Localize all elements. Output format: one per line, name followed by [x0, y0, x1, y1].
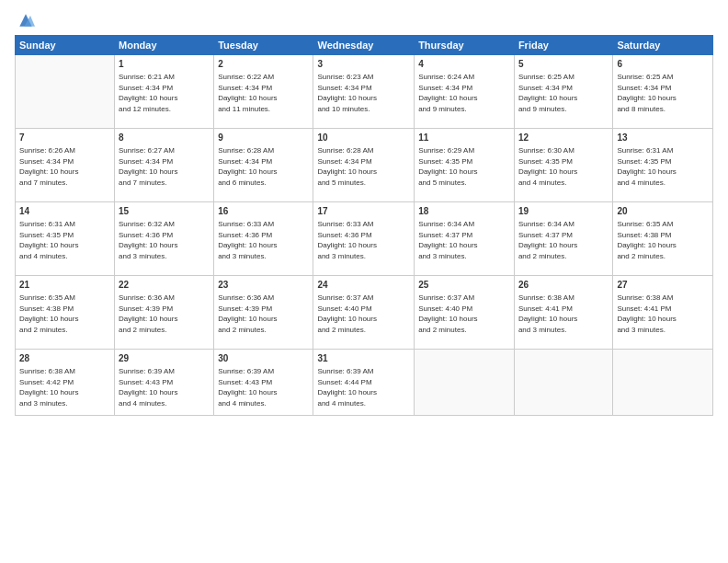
- day-info: Sunrise: 6:28 AM Sunset: 4:34 PM Dayligh…: [218, 145, 309, 188]
- day-number: 13: [617, 132, 709, 144]
- day-info: Sunrise: 6:32 AM Sunset: 4:36 PM Dayligh…: [119, 219, 210, 261]
- day-cell: 24Sunrise: 6:37 AM Sunset: 4:40 PM Dayli…: [313, 276, 415, 350]
- day-cell: 2Sunrise: 6:22 AM Sunset: 4:34 PM Daylig…: [214, 55, 313, 129]
- header-row: SundayMondayTuesdayWednesdayThursdayFrid…: [16, 36, 713, 55]
- col-header-thursday: Thursday: [415, 36, 515, 55]
- day-cell: [514, 350, 612, 416]
- day-info: Sunrise: 6:39 AM Sunset: 4:43 PM Dayligh…: [119, 366, 210, 408]
- day-info: Sunrise: 6:25 AM Sunset: 4:34 PM Dayligh…: [518, 72, 609, 114]
- day-number: 16: [218, 205, 309, 218]
- day-number: 29: [119, 352, 210, 365]
- day-number: 19: [518, 205, 609, 218]
- day-cell: 12Sunrise: 6:30 AM Sunset: 4:35 PM Dayli…: [514, 129, 612, 202]
- day-info: Sunrise: 6:33 AM Sunset: 4:36 PM Dayligh…: [218, 219, 309, 261]
- day-number: 26: [518, 279, 609, 292]
- day-info: Sunrise: 6:25 AM Sunset: 4:34 PM Dayligh…: [617, 72, 709, 114]
- day-cell: 27Sunrise: 6:38 AM Sunset: 4:41 PM Dayli…: [613, 276, 713, 350]
- day-number: 2: [218, 58, 309, 71]
- day-info: Sunrise: 6:24 AM Sunset: 4:34 PM Dayligh…: [418, 72, 510, 114]
- day-number: 27: [617, 279, 709, 292]
- day-cell: 10Sunrise: 6:28 AM Sunset: 4:34 PM Dayli…: [313, 129, 415, 202]
- day-number: 30: [218, 352, 309, 365]
- day-cell: 3Sunrise: 6:23 AM Sunset: 4:34 PM Daylig…: [313, 55, 415, 129]
- day-info: Sunrise: 6:38 AM Sunset: 4:42 PM Dayligh…: [19, 366, 110, 408]
- day-info: Sunrise: 6:37 AM Sunset: 4:40 PM Dayligh…: [317, 293, 410, 335]
- day-info: Sunrise: 6:26 AM Sunset: 4:34 PM Dayligh…: [19, 145, 110, 188]
- day-info: Sunrise: 6:38 AM Sunset: 4:41 PM Dayligh…: [617, 293, 709, 335]
- day-info: Sunrise: 6:27 AM Sunset: 4:34 PM Dayligh…: [119, 145, 210, 188]
- day-number: 11: [418, 132, 510, 144]
- day-number: 6: [617, 58, 709, 71]
- day-number: 3: [317, 58, 410, 71]
- day-cell: 14Sunrise: 6:31 AM Sunset: 4:35 PM Dayli…: [16, 202, 115, 276]
- week-row-1: 1Sunrise: 6:21 AM Sunset: 4:34 PM Daylig…: [16, 55, 713, 129]
- day-number: 21: [19, 279, 110, 292]
- day-info: Sunrise: 6:35 AM Sunset: 4:38 PM Dayligh…: [617, 219, 709, 261]
- day-number: 24: [317, 279, 410, 292]
- day-cell: [613, 350, 713, 416]
- day-info: Sunrise: 6:28 AM Sunset: 4:34 PM Dayligh…: [317, 145, 410, 188]
- day-cell: 28Sunrise: 6:38 AM Sunset: 4:42 PM Dayli…: [16, 350, 115, 416]
- day-number: 1: [119, 58, 210, 71]
- day-number: 28: [19, 352, 110, 365]
- col-header-tuesday: Tuesday: [214, 36, 313, 55]
- day-cell: 9Sunrise: 6:28 AM Sunset: 4:34 PM Daylig…: [214, 129, 313, 202]
- week-row-4: 21Sunrise: 6:35 AM Sunset: 4:38 PM Dayli…: [16, 276, 713, 350]
- day-cell: 7Sunrise: 6:26 AM Sunset: 4:34 PM Daylig…: [16, 129, 115, 202]
- day-info: Sunrise: 6:38 AM Sunset: 4:41 PM Dayligh…: [518, 293, 609, 335]
- day-number: 23: [218, 279, 309, 292]
- logo: [15, 11, 35, 28]
- day-number: 18: [418, 205, 510, 218]
- day-info: Sunrise: 6:31 AM Sunset: 4:35 PM Dayligh…: [617, 145, 709, 188]
- day-cell: 15Sunrise: 6:32 AM Sunset: 4:36 PM Dayli…: [115, 202, 214, 276]
- day-cell: 31Sunrise: 6:39 AM Sunset: 4:44 PM Dayli…: [313, 350, 415, 416]
- day-cell: [415, 350, 515, 416]
- day-info: Sunrise: 6:36 AM Sunset: 4:39 PM Dayligh…: [218, 293, 309, 335]
- col-header-wednesday: Wednesday: [313, 36, 415, 55]
- day-cell: 5Sunrise: 6:25 AM Sunset: 4:34 PM Daylig…: [514, 55, 612, 129]
- day-cell: 25Sunrise: 6:37 AM Sunset: 4:40 PM Dayli…: [415, 276, 515, 350]
- day-info: Sunrise: 6:35 AM Sunset: 4:38 PM Dayligh…: [19, 293, 110, 335]
- day-cell: 4Sunrise: 6:24 AM Sunset: 4:34 PM Daylig…: [415, 55, 515, 129]
- col-header-saturday: Saturday: [613, 36, 713, 55]
- week-row-5: 28Sunrise: 6:38 AM Sunset: 4:42 PM Dayli…: [16, 350, 713, 416]
- page: SundayMondayTuesdayWednesdayThursdayFrid…: [0, 0, 728, 563]
- day-number: 4: [418, 58, 510, 71]
- day-cell: [16, 55, 115, 129]
- day-info: Sunrise: 6:31 AM Sunset: 4:35 PM Dayligh…: [19, 219, 110, 261]
- day-number: 25: [418, 279, 510, 292]
- week-row-3: 14Sunrise: 6:31 AM Sunset: 4:35 PM Dayli…: [16, 202, 713, 276]
- day-number: 20: [617, 205, 709, 218]
- day-info: Sunrise: 6:22 AM Sunset: 4:34 PM Dayligh…: [218, 72, 309, 114]
- day-cell: 20Sunrise: 6:35 AM Sunset: 4:38 PM Dayli…: [613, 202, 713, 276]
- day-cell: 13Sunrise: 6:31 AM Sunset: 4:35 PM Dayli…: [613, 129, 713, 202]
- logo-icon: [17, 11, 35, 29]
- day-cell: 16Sunrise: 6:33 AM Sunset: 4:36 PM Dayli…: [214, 202, 313, 276]
- day-cell: 26Sunrise: 6:38 AM Sunset: 4:41 PM Dayli…: [514, 276, 612, 350]
- day-cell: 6Sunrise: 6:25 AM Sunset: 4:34 PM Daylig…: [613, 55, 713, 129]
- day-cell: 22Sunrise: 6:36 AM Sunset: 4:39 PM Dayli…: [115, 276, 214, 350]
- day-cell: 18Sunrise: 6:34 AM Sunset: 4:37 PM Dayli…: [415, 202, 515, 276]
- day-info: Sunrise: 6:39 AM Sunset: 4:43 PM Dayligh…: [218, 366, 309, 408]
- day-cell: 17Sunrise: 6:33 AM Sunset: 4:36 PM Dayli…: [313, 202, 415, 276]
- day-info: Sunrise: 6:34 AM Sunset: 4:37 PM Dayligh…: [418, 219, 510, 261]
- day-cell: 11Sunrise: 6:29 AM Sunset: 4:35 PM Dayli…: [415, 129, 515, 202]
- day-number: 8: [119, 132, 210, 144]
- day-cell: 21Sunrise: 6:35 AM Sunset: 4:38 PM Dayli…: [16, 276, 115, 350]
- day-cell: 1Sunrise: 6:21 AM Sunset: 4:34 PM Daylig…: [115, 55, 214, 129]
- day-number: 14: [19, 205, 110, 218]
- day-number: 7: [19, 132, 110, 144]
- day-number: 15: [119, 205, 210, 218]
- day-cell: 23Sunrise: 6:36 AM Sunset: 4:39 PM Dayli…: [214, 276, 313, 350]
- day-info: Sunrise: 6:29 AM Sunset: 4:35 PM Dayligh…: [418, 145, 510, 188]
- day-number: 9: [218, 132, 309, 144]
- day-number: 5: [518, 58, 609, 71]
- day-number: 22: [119, 279, 210, 292]
- col-header-monday: Monday: [115, 36, 214, 55]
- logo-text: [15, 11, 35, 29]
- day-number: 10: [317, 132, 410, 144]
- day-cell: 30Sunrise: 6:39 AM Sunset: 4:43 PM Dayli…: [214, 350, 313, 416]
- col-header-sunday: Sunday: [16, 36, 115, 55]
- day-number: 31: [317, 352, 410, 365]
- day-number: 12: [518, 132, 609, 144]
